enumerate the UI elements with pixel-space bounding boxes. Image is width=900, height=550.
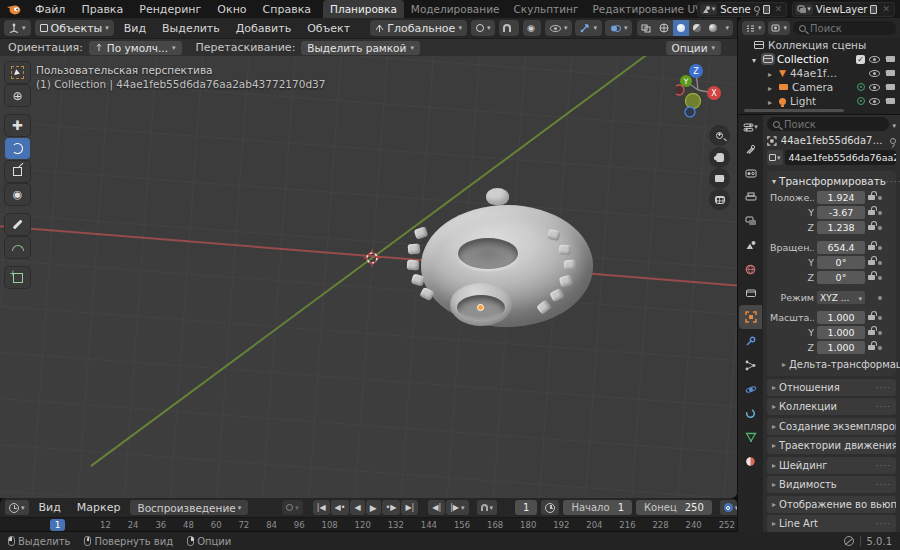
- snap-target-dropdown[interactable]: [515, 20, 519, 36]
- playhead[interactable]: 1: [50, 519, 65, 531]
- object-types-visibility-dropdown[interactable]: [545, 20, 573, 36]
- animate-dot-icon[interactable]: [878, 331, 882, 335]
- shading-solid-button[interactable]: [673, 20, 689, 36]
- blender-logo-icon[interactable]: [0, 0, 27, 18]
- menu-help[interactable]: Справка: [255, 0, 319, 18]
- collection-row[interactable]: Collection ✓: [738, 52, 900, 66]
- menu-select[interactable]: Выделить: [156, 22, 226, 35]
- animate-dot-icon[interactable]: [878, 261, 882, 265]
- viewlayer-name[interactable]: ViewLayer: [816, 4, 868, 15]
- jump-to-end-button[interactable]: ▶|: [401, 500, 418, 515]
- section-relations[interactable]: Отношения: [767, 379, 896, 396]
- lock-open-icon[interactable]: [868, 275, 875, 280]
- tab-object[interactable]: [739, 305, 762, 329]
- shading-material-button[interactable]: [689, 20, 705, 36]
- tab-material[interactable]: [739, 449, 762, 473]
- zoom-button[interactable]: [709, 125, 730, 146]
- drag-setting-dropdown[interactable]: Выделить рамкой: [301, 41, 420, 55]
- animate-dot-icon[interactable]: [878, 226, 882, 230]
- menu-object[interactable]: Объект: [301, 22, 356, 35]
- tab-output[interactable]: [739, 185, 762, 209]
- section-shading[interactable]: Шейдинг: [767, 457, 896, 474]
- ortho-toggle-button[interactable]: [709, 189, 730, 210]
- properties-search[interactable]: [767, 117, 889, 131]
- breadcrumb-object-name[interactable]: 44ae1feb55d6da76...: [781, 135, 886, 146]
- camera-restrict-icon[interactable]: [886, 84, 895, 90]
- scene-icon[interactable]: [700, 4, 718, 15]
- mode-selector[interactable]: Объекты: [35, 20, 114, 36]
- transform-panel-header[interactable]: Трансформировать: [770, 173, 893, 189]
- panel-grip-icon[interactable]: [876, 382, 891, 393]
- tab-uv-editing[interactable]: Редактирование UV: [585, 0, 696, 18]
- mesh-object-row[interactable]: ▼ 44ae1feb55: [738, 66, 900, 80]
- jump-to-start-button[interactable]: |◀: [313, 500, 330, 515]
- tab-layout[interactable]: Планировка: [323, 0, 404, 18]
- tab-scene[interactable]: [739, 233, 762, 257]
- scene-collection-row[interactable]: Коллекция сцены: [738, 38, 900, 52]
- scale-y-field[interactable]: 1.000: [817, 326, 865, 339]
- section-viewport-display[interactable]: Отображение во вьюпор: [767, 496, 896, 513]
- lock-open-icon[interactable]: [868, 225, 875, 230]
- menu-window[interactable]: Окно: [209, 0, 254, 18]
- lock-open-icon[interactable]: [868, 260, 875, 265]
- disclosure-triangle-icon[interactable]: [768, 95, 775, 107]
- eye-icon[interactable]: [869, 70, 880, 77]
- move-tool[interactable]: ✚: [5, 115, 30, 136]
- frame-start-field[interactable]: Начало 1: [563, 500, 632, 515]
- gizmos-dropdown[interactable]: [575, 20, 602, 36]
- pin-icon[interactable]: [890, 138, 896, 144]
- lock-open-icon[interactable]: [868, 195, 875, 200]
- scene-name[interactable]: Scene: [720, 4, 751, 15]
- outliner-filter-dropdown[interactable]: [768, 21, 791, 35]
- properties-search-input[interactable]: [784, 119, 883, 130]
- panel-grip-icon[interactable]: [886, 175, 900, 187]
- properties-editor-button[interactable]: [739, 117, 762, 137]
- outliner-search-input[interactable]: [810, 23, 890, 34]
- collection-checkbox[interactable]: ✓: [856, 55, 865, 64]
- tab-modeling[interactable]: Моделирование: [404, 0, 507, 18]
- tab-viewlayer[interactable]: [739, 209, 762, 233]
- tab-tool[interactable]: [739, 137, 762, 161]
- tab-collection[interactable]: [739, 281, 762, 305]
- close-icon[interactable]: ✕: [773, 4, 785, 14]
- section-visibility[interactable]: Видимость: [767, 476, 896, 493]
- overlays-dropdown[interactable]: [605, 20, 633, 36]
- animate-dot-icon[interactable]: [878, 296, 882, 300]
- play-reverse-button[interactable]: ◀: [350, 500, 364, 515]
- annotate-tool[interactable]: [5, 214, 30, 235]
- new-viewlayer-icon[interactable]: [870, 5, 877, 14]
- animate-dot-icon[interactable]: [878, 346, 882, 350]
- shading-dropdown[interactable]: [721, 20, 733, 36]
- camera-object-row[interactable]: Camera: [738, 80, 900, 94]
- outliner-search[interactable]: [793, 21, 896, 35]
- lock-open-icon[interactable]: [868, 345, 875, 350]
- frame-end-field[interactable]: Конец 250: [636, 500, 712, 515]
- tab-data[interactable]: [739, 425, 762, 449]
- axis-gizmo[interactable]: Z Y X: [676, 60, 724, 121]
- tab-constraints[interactable]: [739, 401, 762, 425]
- measure-tool[interactable]: [5, 237, 30, 258]
- menu-edit[interactable]: Правка: [73, 0, 131, 18]
- properties-options-dropdown[interactable]: [892, 118, 896, 131]
- timeline-menu-marker[interactable]: Маркер: [71, 501, 127, 514]
- menu-view[interactable]: Вид: [118, 22, 152, 35]
- animate-dot-icon[interactable]: [878, 196, 882, 200]
- section-instancing[interactable]: Создание экземпляров: [767, 418, 896, 435]
- timeline-editor-button[interactable]: [5, 500, 29, 515]
- transform-tool[interactable]: ◉: [5, 184, 30, 205]
- lock-open-icon[interactable]: [868, 330, 875, 335]
- select-box-tool[interactable]: [5, 62, 30, 83]
- camera-view-button[interactable]: [709, 168, 730, 189]
- outliner-hscrollbar[interactable]: [744, 109, 844, 112]
- timeline-sync-button[interactable]: [720, 500, 737, 515]
- disclosure-triangle-icon[interactable]: [768, 81, 775, 93]
- play-button[interactable]: ▶: [366, 500, 381, 515]
- object-name-field[interactable]: 44ae1feb55d6da76aa2...: [785, 150, 896, 165]
- viewport-canvas[interactable]: Пользовательская перспектива (1) Collect…: [0, 56, 737, 497]
- viewlayer-icon[interactable]: [795, 4, 813, 15]
- location-x-field[interactable]: 1.924: [817, 191, 865, 204]
- animate-dot-icon[interactable]: [878, 276, 882, 280]
- panel-grip-icon[interactable]: [876, 401, 891, 412]
- panel-grip-icon[interactable]: [876, 460, 891, 471]
- menu-add[interactable]: Добавить: [230, 22, 297, 35]
